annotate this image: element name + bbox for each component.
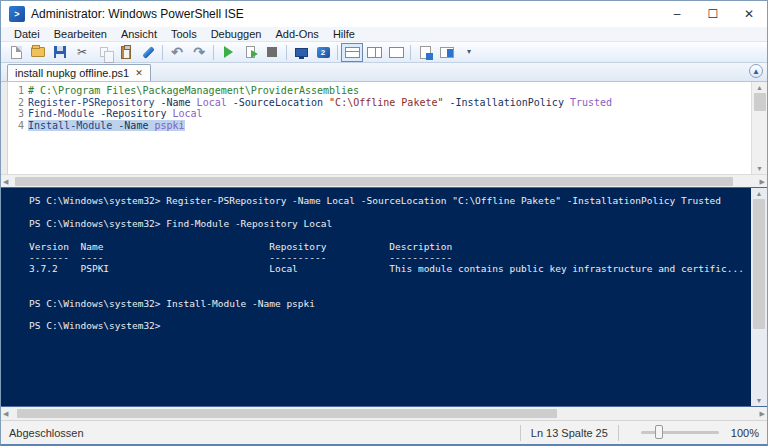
status-separator xyxy=(618,425,619,441)
line-number: 3 xyxy=(8,108,24,120)
code-token: -Repository xyxy=(100,108,166,119)
script-pane-top-button[interactable] xyxy=(341,43,363,62)
code-token: Find-Module xyxy=(28,108,94,119)
code-area[interactable]: # C:\Program Files\PackageManagement\Pro… xyxy=(28,85,751,174)
paste-button[interactable] xyxy=(115,43,137,62)
copy-icon xyxy=(100,47,108,57)
script-tab[interactable]: install nupkg offline.ps1 ✕ xyxy=(7,64,151,81)
title-bar: > Administrator: Windows PowerShell ISE … xyxy=(1,1,767,27)
minimize-button[interactable]: – xyxy=(659,1,695,27)
stop-operation-button[interactable] xyxy=(261,43,283,62)
console-output[interactable]: PS C:\Windows\system32> Register-PSRepos… xyxy=(1,188,751,406)
console-hscroll-thumb[interactable] xyxy=(17,409,557,418)
menu-item-ansicht[interactable]: Ansicht xyxy=(114,28,164,40)
code-token: Install-Module xyxy=(28,120,112,131)
maximize-button[interactable]: ☐ xyxy=(695,1,731,27)
close-button[interactable]: ✕ xyxy=(731,1,767,27)
run-icon xyxy=(224,46,233,58)
line-number: 4 xyxy=(8,120,24,132)
eraser-icon xyxy=(142,46,155,59)
toolbar-separator xyxy=(337,45,338,60)
save-icon xyxy=(54,46,66,58)
script-pane-maximized-button[interactable] xyxy=(385,43,407,62)
save-button[interactable] xyxy=(49,43,71,62)
window-controls: – ☐ ✕ xyxy=(659,1,767,27)
code-token: Local xyxy=(197,97,227,108)
new-remote-tab-button[interactable] xyxy=(290,43,312,62)
menu-item-tools[interactable]: Tools xyxy=(164,28,204,40)
run-script-button[interactable] xyxy=(217,43,239,62)
clear-console-button[interactable] xyxy=(137,43,159,62)
status-text: Abgeschlossen xyxy=(9,427,84,439)
show-script-pane-button[interactable] xyxy=(414,43,436,62)
code-token: Local xyxy=(173,108,203,119)
toolbar-separator xyxy=(162,45,163,60)
redo-button[interactable]: ↷ xyxy=(188,43,210,62)
code-token: # C:\Program Files\PackageManagement\Pro… xyxy=(28,85,359,96)
status-bar: Abgeschlossen Ln 13 Spalte 25 100% xyxy=(1,420,767,444)
cut-button[interactable]: ✂ xyxy=(71,43,93,62)
powershell-console-icon: 2 xyxy=(317,47,330,58)
editor-hscroll-thumb[interactable] xyxy=(15,177,733,186)
scroll-up-icon[interactable]: ▲ xyxy=(754,82,765,93)
layout-maximized-icon xyxy=(389,47,404,58)
editor-vscroll-thumb[interactable] xyxy=(754,93,766,111)
open-folder-icon xyxy=(31,47,45,57)
editor-vertical-scrollbar[interactable]: ▲ ▼ xyxy=(751,82,767,174)
script-editor[interactable]: 1234 # C:\Program Files\PackageManagemen… xyxy=(8,82,751,174)
console-pane: PS C:\Windows\system32> Register-PSRepos… xyxy=(1,187,767,407)
menu-bar: DateiBearbeitenAnsichtToolsDebuggenAdd-O… xyxy=(1,27,767,42)
remote-computer-icon xyxy=(295,48,308,57)
code-line[interactable]: Register-PSRepository -Name Local -Sourc… xyxy=(28,97,751,109)
script-editor-pane: 1234 # C:\Program Files\PackageManagemen… xyxy=(1,82,767,174)
open-script-button[interactable] xyxy=(27,43,49,62)
new-file-icon xyxy=(11,46,22,59)
menu-item-hilfe[interactable]: Hilfe xyxy=(326,28,362,40)
undo-button[interactable]: ↶ xyxy=(166,43,188,62)
script-pane-badge-icon xyxy=(420,46,431,59)
code-line[interactable]: # C:\Program Files\PackageManagement\Pro… xyxy=(28,85,751,97)
zoom-slider[interactable] xyxy=(641,431,719,434)
editor-horizontal-scrollbar[interactable]: ◀ ▶ xyxy=(1,174,767,187)
collapse-script-pane-button[interactable]: ▲ xyxy=(749,64,763,78)
scroll-up-icon[interactable]: ▲ xyxy=(754,188,765,199)
scroll-left-icon[interactable]: ◀ xyxy=(1,176,10,187)
command-pane-badge-icon xyxy=(440,47,454,58)
menu-item-bearbeiten[interactable]: Bearbeiten xyxy=(47,28,114,40)
show-command-pane-button[interactable] xyxy=(436,43,458,62)
new-script-button[interactable] xyxy=(5,43,27,62)
menu-item-debuggen[interactable]: Debuggen xyxy=(204,28,269,40)
script-tab-label: install nupkg offline.ps1 xyxy=(15,67,129,79)
code-token: Register-PSRepository xyxy=(28,97,154,108)
toolbar-separator xyxy=(286,45,287,60)
console-vscroll-thumb[interactable] xyxy=(753,199,765,329)
run-selection-icon xyxy=(246,46,255,58)
scroll-right-icon[interactable]: ▶ xyxy=(758,176,767,187)
cursor-position: Ln 13 Spalte 25 xyxy=(531,427,608,439)
layout-split-right-icon xyxy=(367,47,382,58)
menu-item-datei[interactable]: Datei xyxy=(7,28,47,40)
menu-item-add-ons[interactable]: Add-Ons xyxy=(268,28,325,40)
toolbar-overflow-button[interactable]: ▾ xyxy=(458,43,480,62)
code-line[interactable]: Find-Module -Repository Local xyxy=(28,108,751,120)
powershell-ise-icon: > xyxy=(9,6,25,22)
console-vertical-scrollbar[interactable]: ▲ ▼ xyxy=(751,188,767,406)
line-numbers: 1234 xyxy=(8,85,28,174)
editor-margin-strip xyxy=(1,79,8,174)
chevron-down-icon: ▾ xyxy=(467,48,471,56)
zoom-slider-thumb[interactable] xyxy=(655,425,663,439)
scroll-right-icon[interactable]: ▶ xyxy=(758,408,767,419)
code-token: -InstallationPolicy xyxy=(450,97,564,108)
code-token: pspki xyxy=(154,120,184,131)
copy-button[interactable] xyxy=(93,43,115,62)
scroll-down-icon[interactable]: ▼ xyxy=(754,163,765,174)
run-selection-button[interactable] xyxy=(239,43,261,62)
toolbar-separator xyxy=(410,45,411,60)
start-powershell-button[interactable]: 2 xyxy=(312,43,334,62)
scroll-down-icon[interactable]: ▼ xyxy=(754,395,765,406)
tab-close-icon[interactable]: ✕ xyxy=(135,69,143,78)
script-pane-right-button[interactable] xyxy=(363,43,385,62)
scroll-left-icon[interactable]: ◀ xyxy=(1,408,10,419)
console-horizontal-scrollbar[interactable]: ◀ ▶ xyxy=(1,407,767,420)
code-line[interactable]: Install-Module -Name pspki xyxy=(28,120,751,132)
